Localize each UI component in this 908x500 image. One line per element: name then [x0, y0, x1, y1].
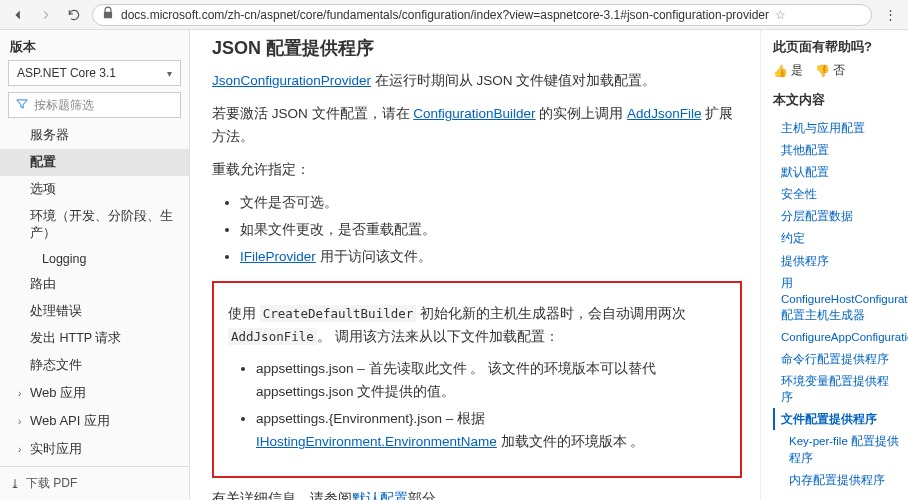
nav-item[interactable]: 路由 — [0, 271, 189, 298]
activate-paragraph: 若要激活 JSON 文件配置，请在 ConfigurationBuilder 的… — [212, 103, 742, 149]
thumbs-down-button[interactable]: 👎否 — [815, 62, 845, 79]
version-select[interactable]: ASP.NET Core 3.1 ▾ — [8, 60, 181, 86]
forward-button[interactable] — [36, 5, 56, 25]
link-ifileprovider[interactable]: IFileProvider — [240, 249, 316, 264]
nav-item[interactable]: Logging — [0, 247, 189, 271]
bookmark-star-icon[interactable]: ☆ — [775, 8, 786, 22]
nav-item-label: 实时应用 — [30, 440, 82, 458]
nav-item-label: 环境（开发、分阶段、生产） — [30, 208, 179, 242]
toc-link[interactable]: 用 ConfigureHostConfiguration 配置主机生成器 — [773, 272, 900, 326]
nav-item-label: Logging — [42, 252, 87, 266]
toc-title: 本文内容 — [773, 91, 900, 109]
toc-link[interactable]: 命令行配置提供程序 — [773, 348, 900, 370]
highlighted-box: 使用 CreateDefaultBuilder 初始化新的主机生成器时，会自动调… — [212, 281, 742, 479]
reload-button[interactable] — [64, 5, 84, 25]
list-item: IFileProvider 用于访问该文件。 — [240, 246, 742, 269]
details-paragraph: 有关详细信息，请参阅默认配置部分。 — [212, 488, 742, 500]
main-content: JSON 配置提供程序 JsonConfigurationProvider 在运… — [190, 30, 760, 500]
sidebar-right: 此页面有帮助吗? 👍是 👎否 本文内容 主机与应用配置其他配置默认配置安全性分层… — [760, 30, 908, 500]
browser-addressbar: docs.microsoft.com/zh-cn/aspnet/core/fun… — [0, 0, 908, 30]
thumbs-down-icon: 👎 — [815, 64, 830, 78]
link-jsonconfigprovider[interactable]: JsonConfigurationProvider — [212, 73, 371, 88]
link-default-config[interactable]: 默认配置 — [352, 491, 408, 500]
nav-item[interactable]: 发出 HTTP 请求 — [0, 325, 189, 352]
redbox-list: appsettings.json – 首先读取此文件 。 该文件的环境版本可以替… — [256, 358, 726, 454]
toc-link[interactable]: 约定 — [773, 227, 900, 249]
filter-input[interactable]: 按标题筛选 — [8, 92, 181, 118]
page-heading: JSON 配置提供程序 — [212, 36, 742, 60]
nav-item-label: Web API 应用 — [30, 412, 110, 430]
toc-link[interactable]: 其他配置 — [773, 139, 900, 161]
back-button[interactable] — [8, 5, 28, 25]
url-field[interactable]: docs.microsoft.com/zh-cn/aspnet/core/fun… — [92, 4, 872, 26]
toc-link[interactable]: 主机与应用配置 — [773, 117, 900, 139]
list-item: appsettings.json – 首先读取此文件 。 该文件的环境版本可以替… — [256, 358, 726, 404]
nav-item[interactable]: 静态文件 — [0, 352, 189, 379]
nav-item[interactable]: 环境（开发、分阶段、生产） — [0, 203, 189, 247]
filter-placeholder: 按标题筛选 — [34, 97, 94, 114]
menu-button[interactable]: ⋮ — [880, 5, 900, 25]
nav-item-label: 处理错误 — [30, 303, 82, 320]
nav-item[interactable]: 服务器 — [0, 122, 189, 149]
nav-item-label: 选项 — [30, 181, 56, 198]
toc-link[interactable]: 分层配置数据 — [773, 205, 900, 227]
nav-item[interactable]: ›Web 应用 — [0, 379, 189, 407]
download-pdf-label: 下载 PDF — [26, 475, 77, 492]
redbox-paragraph: 使用 CreateDefaultBuilder 初始化新的主机生成器时，会自动调… — [228, 303, 726, 349]
link-addjsonfile[interactable]: AddJsonFile — [627, 106, 701, 121]
filter-icon — [15, 97, 29, 114]
toc-link[interactable]: Key-per-file 配置提供程序 — [773, 430, 900, 468]
thumbs-up-icon: 👍 — [773, 64, 788, 78]
toc-link[interactable]: 文件配置提供程序 — [773, 408, 900, 430]
list-item: appsettings.{Environment}.json – 根据 IHos… — [256, 408, 726, 454]
nav-item-label: 静态文件 — [30, 357, 82, 374]
nav-item[interactable]: ›实时应用 — [0, 435, 189, 463]
nav-tree[interactable]: 服务器配置选项环境（开发、分阶段、生产）Logging路由处理错误发出 HTTP… — [0, 122, 189, 466]
caret-icon: › — [18, 388, 28, 399]
intro-paragraph: JsonConfigurationProvider 在运行时期间从 JSON 文… — [212, 70, 742, 93]
toc-list: 主机与应用配置其他配置默认配置安全性分层配置数据约定提供程序用 Configur… — [773, 117, 900, 491]
overload-list: 文件是否可选。 如果文件更改，是否重载配置。 IFileProvider 用于访… — [240, 192, 742, 269]
page-layout: 版本 ASP.NET Core 3.1 ▾ 按标题筛选 服务器配置选项环境（开发… — [0, 30, 908, 500]
nav-item[interactable]: 选项 — [0, 176, 189, 203]
url-text: docs.microsoft.com/zh-cn/aspnet/core/fun… — [121, 8, 769, 22]
toc-link[interactable]: 内存配置提供程序 — [773, 469, 900, 491]
nav-item-label: 路由 — [30, 276, 56, 293]
nav-item[interactable]: 配置 — [0, 149, 189, 176]
link-configurationbuilder[interactable]: ConfigurationBuilder — [413, 106, 535, 121]
nav-item[interactable]: 处理错误 — [0, 298, 189, 325]
code-createdefaultbuilder: CreateDefaultBuilder — [260, 305, 417, 322]
toc-link[interactable]: 环境变量配置提供程序 — [773, 370, 900, 408]
nav-item[interactable]: ›Web API 应用 — [0, 407, 189, 435]
helpful-title: 此页面有帮助吗? — [773, 38, 900, 56]
link-environmentname[interactable]: IHostingEnvironment.EnvironmentName — [256, 434, 497, 449]
chevron-down-icon: ▾ — [167, 68, 172, 79]
nav-item-label: 发出 HTTP 请求 — [30, 330, 121, 347]
nav-item-label: Web 应用 — [30, 384, 86, 402]
overload-paragraph: 重载允许指定： — [212, 159, 742, 182]
download-icon: ⤓ — [10, 477, 20, 491]
code-addjsonfile: AddJsonFile — [228, 328, 317, 345]
version-label: 版本 — [0, 30, 189, 60]
toc-link[interactable]: 安全性 — [773, 183, 900, 205]
toc-link[interactable]: 提供程序 — [773, 250, 900, 272]
list-item: 文件是否可选。 — [240, 192, 742, 215]
download-pdf-button[interactable]: ⤓ 下载 PDF — [0, 466, 189, 500]
nav-item-label: 服务器 — [30, 127, 69, 144]
toc-link[interactable]: 默认配置 — [773, 161, 900, 183]
toc-link[interactable]: ConfigureAppConfiguration — [773, 326, 900, 348]
sidebar-left: 版本 ASP.NET Core 3.1 ▾ 按标题筛选 服务器配置选项环境（开发… — [0, 30, 190, 500]
list-item: 如果文件更改，是否重载配置。 — [240, 219, 742, 242]
thumbs-up-button[interactable]: 👍是 — [773, 62, 803, 79]
caret-icon: › — [18, 416, 28, 427]
version-value: ASP.NET Core 3.1 — [17, 66, 116, 80]
nav-item-label: 配置 — [30, 154, 56, 171]
lock-icon — [101, 6, 115, 23]
caret-icon: › — [18, 444, 28, 455]
